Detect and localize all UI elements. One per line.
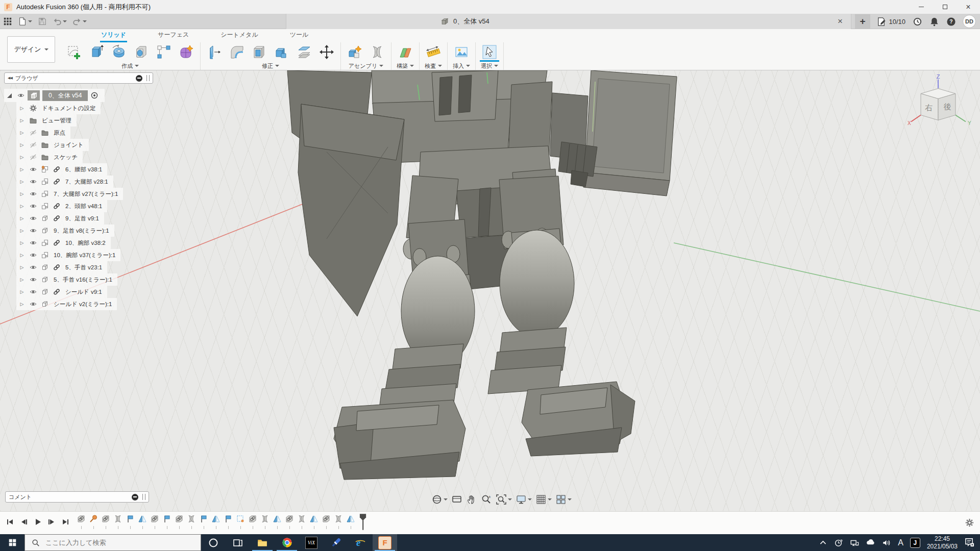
ribbon-tab-ツール[interactable]: ツール: [289, 29, 310, 42]
timeline-settings-gear-icon[interactable]: [965, 518, 974, 529]
taskbar-app-task-view[interactable]: [226, 534, 250, 551]
browser-row[interactable]: ▷ビュー管理: [16, 114, 77, 127]
visibility-eye-icon[interactable]: [28, 276, 38, 283]
network-icon[interactable]: [850, 538, 859, 547]
browser-item-label[interactable]: 5、手首 v16(ミラー):1: [54, 276, 112, 284]
expand-triangle-icon[interactable]: ▷: [17, 130, 27, 135]
document-tab[interactable]: 0、全体 v54 ×: [286, 14, 851, 29]
timeline-feature-joint-icon[interactable]: [113, 514, 122, 532]
visibility-eye-icon[interactable]: [28, 239, 38, 246]
new-component-button[interactable]: [345, 42, 364, 62]
browser-item-label[interactable]: スケッチ: [54, 154, 78, 161]
visibility-eye-icon[interactable]: [28, 288, 38, 295]
press-pull-button[interactable]: [205, 42, 224, 62]
measure-button[interactable]: [424, 42, 443, 62]
browser-item-label[interactable]: ドキュメントの設定: [42, 105, 95, 112]
visibility-eye-icon[interactable]: [28, 264, 38, 271]
ime-mode-indicator[interactable]: A: [898, 538, 903, 547]
visibility-eye-icon[interactable]: [28, 166, 38, 173]
browser-root-row[interactable]: 0、全体 v54: [4, 89, 105, 102]
timeline-feature-joint-icon[interactable]: [187, 514, 196, 532]
timeline-feature-mirror-icon[interactable]: [138, 514, 147, 532]
taskbar-app-fusion-360[interactable]: F: [373, 534, 397, 551]
expand-triangle-icon[interactable]: ▷: [17, 216, 27, 221]
pan-button[interactable]: [466, 494, 477, 505]
expand-triangle-icon[interactable]: ▷: [17, 289, 27, 294]
job-status-button[interactable]: 10/10: [876, 17, 905, 27]
browser-item-label[interactable]: 原点: [54, 129, 65, 137]
timeline-feature-mirror-icon[interactable]: [273, 514, 282, 532]
fit-button[interactable]: [496, 494, 512, 505]
timeline-feature-flag-icon[interactable]: [224, 514, 233, 532]
zoom-button[interactable]: ±: [481, 494, 492, 505]
expand-triangle-icon[interactable]: ▷: [17, 302, 27, 307]
browser-row[interactable]: ▷2、頭部 v48:1: [16, 200, 107, 212]
expand-triangle-icon[interactable]: ▷: [17, 277, 27, 282]
timeline-feature-link-icon[interactable]: [77, 514, 86, 532]
taskbar-app-chrome[interactable]: [275, 534, 299, 551]
expand-triangle-icon[interactable]: ▷: [17, 179, 27, 184]
visibility-eye-icon[interactable]: [28, 203, 38, 210]
step-back-button[interactable]: [19, 517, 29, 527]
taskbar-app-blue-tool[interactable]: [324, 534, 348, 551]
design-workspace-menu[interactable]: デザイン: [7, 36, 55, 63]
expand-triangle-icon[interactable]: ▷: [17, 240, 27, 245]
browser-row[interactable]: ▷シールド v9:1: [16, 286, 107, 298]
viewport-3d[interactable]: Z 右 後 X Y ◀◀ ブラウザ: [0, 70, 980, 511]
timeline-feature-link-icon[interactable]: [175, 514, 184, 532]
expand-triangle-icon[interactable]: ▷: [17, 142, 27, 147]
ribbon-tab-ソリッド[interactable]: ソリッド: [100, 29, 127, 42]
minimize-panel-icon[interactable]: [136, 75, 142, 82]
browser-item-label[interactable]: ビュー管理: [42, 117, 71, 124]
browser-item-label[interactable]: 7、大腿部 v27(ミラー):1: [54, 190, 118, 198]
panel-grip[interactable]: [142, 494, 145, 500]
grid-settings-button[interactable]: [535, 494, 552, 505]
timeline-feature-link-icon[interactable]: [150, 514, 159, 532]
close-button[interactable]: ×: [957, 0, 980, 14]
expand-triangle-icon[interactable]: ▷: [17, 118, 27, 123]
timeline-feature-sketch-icon[interactable]: [236, 514, 245, 532]
expand-triangle-icon[interactable]: ▷: [17, 204, 27, 209]
expand-triangle-icon[interactable]: ▷: [17, 228, 27, 233]
visibility-hidden-icon[interactable]: [28, 129, 38, 136]
joint-button[interactable]: [368, 42, 387, 62]
timeline-feature-flag-icon[interactable]: [126, 514, 135, 532]
view-cube[interactable]: Z 右 後 X Y: [902, 72, 974, 133]
minimize-panel-icon[interactable]: [132, 494, 138, 500]
app-grid-button[interactable]: [3, 17, 12, 26]
document-tab-close-icon[interactable]: ×: [835, 16, 846, 27]
browser-row[interactable]: ▷5、手首 v16(ミラー):1: [16, 273, 117, 286]
visibility-eye-icon[interactable]: [28, 215, 38, 222]
browser-row[interactable]: ▷9、足首 v9:1: [16, 212, 104, 224]
ribbon-group-dropdown[interactable]: 構築: [396, 62, 415, 70]
browser-item-label[interactable]: 9、足首 v9:1: [65, 215, 99, 222]
browser-item-label[interactable]: ジョイント: [54, 141, 84, 149]
ribbon-tab-サーフェス[interactable]: サーフェス: [157, 29, 190, 42]
browser-item-label[interactable]: 10、腕部 v37(ミラー):1: [54, 252, 115, 259]
insert-canvas-button[interactable]: [452, 42, 471, 62]
ribbon-group-dropdown[interactable]: 選択: [480, 60, 499, 70]
timeline-feature-joint-icon[interactable]: [260, 514, 270, 532]
timeline-feature-mirror-icon[interactable]: [309, 514, 318, 532]
expand-triangle-icon[interactable]: ▷: [17, 253, 27, 258]
onedrive-icon[interactable]: [866, 538, 875, 547]
browser-item-label[interactable]: 6、腰部 v38:1: [65, 166, 102, 173]
ribbon-group-dropdown[interactable]: 検査: [424, 62, 443, 70]
fillet-button[interactable]: [227, 42, 247, 62]
play-button[interactable]: [33, 517, 43, 527]
minimize-button[interactable]: [910, 0, 933, 14]
clock-icon[interactable]: [912, 17, 922, 27]
browser-row[interactable]: ▷スケッチ: [16, 151, 83, 163]
taskbar-search[interactable]: [24, 534, 201, 551]
timeline-feature-joint-icon[interactable]: [334, 514, 343, 532]
browser-item-label[interactable]: 2、頭部 v48:1: [65, 203, 102, 210]
expand-triangle-icon[interactable]: ▷: [17, 155, 27, 160]
offset-plane-button[interactable]: [295, 42, 314, 62]
browser-row[interactable]: ▷10、腕部 v37(ミラー):1: [16, 249, 120, 261]
browser-row[interactable]: ▷7、大腿部 v27(ミラー):1: [16, 188, 123, 200]
hidden-icons-icon[interactable]: [819, 538, 827, 547]
visibility-hidden-icon[interactable]: [28, 141, 38, 148]
avatar[interactable]: DD: [963, 15, 976, 28]
create-sketch-button[interactable]: [64, 42, 84, 62]
browser-item-label[interactable]: 10、腕部 v38:2: [65, 239, 106, 247]
